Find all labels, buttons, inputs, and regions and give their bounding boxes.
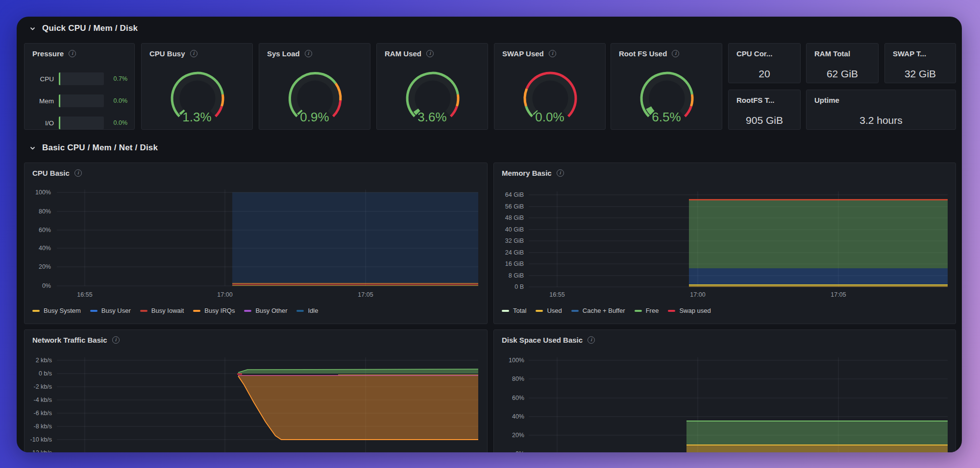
panel-pressure: Pressure i CPU 0.7% Mem 0.0% I/O 0.0% — [24, 43, 135, 130]
y-axis-tick: 100% — [500, 357, 524, 364]
series-swatch — [571, 310, 579, 312]
info-icon[interactable]: i — [305, 50, 312, 57]
section-header-basic[interactable]: Basic CPU / Mem / Net / Disk — [29, 142, 158, 154]
legend-item[interactable]: Busy System — [32, 307, 81, 314]
series-swatch — [635, 310, 642, 312]
legend-label: Swap used — [679, 307, 710, 314]
series-swatch — [536, 310, 543, 312]
y-axis-tick: 40% — [29, 245, 51, 252]
series-swatch — [193, 310, 200, 312]
series-swatch — [668, 310, 675, 312]
legend-item[interactable]: Idle — [296, 307, 318, 314]
info-icon[interactable]: i — [549, 50, 556, 57]
legend-item[interactable]: Total — [502, 307, 526, 314]
section-header-quick[interactable]: Quick CPU / Mem / Disk — [29, 23, 138, 34]
pressure-row-mem: Mem 0.0% — [31, 94, 127, 107]
panel-title[interactable]: CPU Basic — [32, 169, 70, 177]
panel-sys-load: Sys Load i 0.9% — [259, 43, 370, 130]
info-icon[interactable]: i — [74, 169, 82, 177]
gauge-value: 0.0% — [494, 110, 605, 125]
disk-basic-chart[interactable] — [494, 330, 956, 452]
legend-item[interactable]: Free — [635, 307, 659, 314]
panel-title[interactable]: RAM Total — [814, 49, 850, 58]
series-swatch — [244, 310, 251, 312]
panel-cpu-busy: CPU Busy i 1.3% — [141, 43, 253, 130]
y-axis-tick: 20% — [500, 432, 524, 439]
info-icon[interactable]: i — [69, 50, 76, 57]
panel-title[interactable]: CPU Busy — [149, 49, 185, 58]
panel-title[interactable]: SWAP T... — [893, 49, 926, 58]
y-axis-tick: 80% — [29, 208, 51, 215]
panel-title[interactable]: Disk Space Used Basic — [502, 336, 583, 344]
y-axis-tick: -8 kb/s — [27, 423, 52, 430]
panel-swap-total: SWAP T... 32 GiB — [884, 43, 956, 83]
info-icon[interactable]: i — [112, 336, 120, 344]
panel-title[interactable]: CPU Cor... — [736, 49, 772, 58]
y-axis-tick: 24 GiB — [498, 249, 524, 256]
y-axis-tick: -2 kb/s — [27, 383, 52, 390]
info-icon[interactable]: i — [672, 50, 679, 57]
panel-network-basic: Network Traffic Basic i — [24, 329, 488, 452]
panel-title[interactable]: Memory Basic — [502, 169, 552, 177]
panel-title[interactable]: Uptime — [814, 96, 839, 104]
series-swatch — [90, 310, 98, 312]
panel-title[interactable]: Network Traffic Basic — [32, 336, 107, 344]
gauge-value: 0.9% — [259, 110, 370, 125]
pressure-row-value: 0.0% — [104, 97, 127, 104]
y-axis-tick: 16 GiB — [498, 260, 524, 267]
info-icon[interactable]: i — [588, 336, 595, 344]
series-swatch — [502, 310, 509, 312]
legend-item[interactable]: Busy User — [90, 307, 131, 314]
panel-title[interactable]: RAM Used — [385, 49, 421, 58]
pressure-bar — [59, 117, 104, 129]
legend-label: Cache + Buffer — [583, 307, 625, 314]
info-icon[interactable]: i — [557, 169, 564, 177]
grafana-dashboard: Quick CPU / Mem / Disk Pressure i CPU 0.… — [17, 17, 962, 452]
legend-label: Busy Other — [255, 307, 287, 314]
gauge-value: 1.3% — [142, 110, 252, 125]
panel-title[interactable]: RootFS T... — [736, 96, 775, 104]
stat-value: 905 GiB — [729, 115, 800, 126]
panel-cpu-cores: CPU Cor... 20 — [728, 43, 801, 83]
legend-item[interactable]: Busy Other — [244, 307, 287, 314]
panel-title[interactable]: Pressure — [32, 49, 64, 58]
y-axis-tick: 0 B — [498, 283, 524, 290]
panel-title[interactable]: Sys Load — [267, 49, 300, 58]
stat-value: 3.2 hours — [807, 115, 956, 126]
panel-title[interactable]: SWAP Used — [502, 49, 544, 58]
y-axis-tick: -6 kb/s — [27, 410, 52, 417]
y-axis-tick: 0 b/s — [27, 370, 52, 377]
panel-disk-basic: Disk Space Used Basic i 100% 80% 60% 40% — [493, 329, 956, 452]
legend-label: Busy Iowait — [151, 307, 184, 314]
y-axis-tick: 40% — [500, 413, 524, 420]
pressure-row-label: Mem — [31, 97, 54, 105]
legend-item[interactable]: Busy IRQs — [193, 307, 235, 314]
network-basic-chart[interactable] — [24, 330, 488, 452]
stat-value: 20 — [729, 68, 800, 80]
y-axis-tick: 64 GiB — [498, 191, 524, 198]
cpu-basic-chart[interactable] — [24, 163, 488, 325]
stat-value: 32 GiB — [885, 68, 956, 80]
y-axis-tick: -4 kb/s — [27, 397, 52, 403]
pressure-row-cpu: CPU 0.7% — [31, 72, 127, 85]
legend-item[interactable]: Busy Iowait — [140, 307, 184, 314]
memory-basic-chart[interactable] — [494, 163, 956, 325]
legend-item[interactable]: Cache + Buffer — [571, 307, 625, 314]
panel-title[interactable]: Root FS Used — [619, 49, 667, 58]
y-axis-tick: 80% — [500, 375, 524, 382]
info-icon[interactable]: i — [190, 50, 197, 57]
legend-item[interactable]: Swap used — [668, 307, 710, 314]
chevron-down-icon — [29, 145, 36, 151]
y-axis-tick: 20% — [29, 263, 51, 270]
panel-uptime: Uptime 3.2 hours — [806, 90, 956, 130]
panel-ram-used: RAM Used i 3.6% — [376, 43, 488, 130]
section-title: Quick CPU / Mem / Disk — [42, 23, 138, 33]
legend-label: Busy System — [44, 307, 81, 314]
legend-item[interactable]: Used — [536, 307, 562, 314]
panel-rootfs-total: RootFS T... 905 GiB — [728, 90, 801, 130]
y-axis-tick: 40 GiB — [498, 226, 524, 233]
info-icon[interactable]: i — [426, 50, 434, 57]
chevron-down-icon — [29, 25, 36, 32]
y-axis-tick: 100% — [29, 189, 51, 196]
stat-value: 62 GiB — [807, 68, 878, 80]
